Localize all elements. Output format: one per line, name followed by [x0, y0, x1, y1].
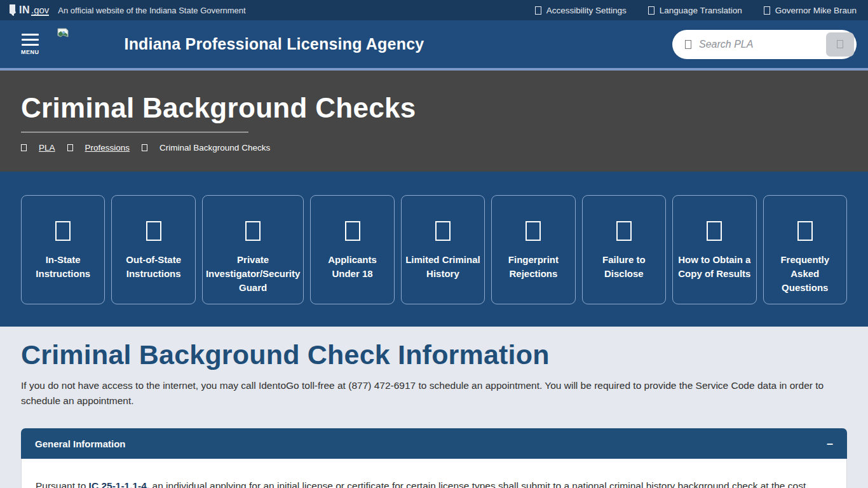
document-icon [55, 221, 71, 241]
card-fingerprint-rejections[interactable]: Fingerprint Rejections [491, 195, 575, 304]
body-text-prefix: Pursuant to [36, 480, 89, 488]
card-label: Frequently Asked Questions [767, 253, 843, 294]
topbar-utility-links: Accessibility Settings Language Translat… [535, 6, 857, 15]
document-icon [245, 221, 261, 241]
accordion-body: Pursuant to IC 25-1-1.1-4, an individual… [21, 459, 847, 488]
accordion-header[interactable]: General Information – [21, 428, 847, 459]
document-icon [707, 221, 722, 241]
governor-link[interactable]: Governor Mike Braun [764, 6, 857, 15]
ingov-in-text: IN [19, 4, 30, 16]
search-input[interactable] [699, 39, 826, 50]
accessibility-icon [535, 6, 541, 15]
general-information-accordion: General Information – Pursuant to IC 25-… [21, 428, 847, 488]
site-title: Indiana Professional Licensing Agency [125, 35, 424, 53]
quick-links-section: In-State Instructions Out-of-State Instr… [0, 172, 868, 327]
language-translation-link[interactable]: Language Translation [648, 6, 742, 15]
accessibility-settings-link[interactable]: Accessibility Settings [535, 6, 627, 15]
ingov-logo[interactable]: IN.gov [9, 4, 49, 16]
translation-icon [648, 6, 654, 15]
menu-label: MENU [21, 49, 39, 55]
search-submit-icon [837, 40, 843, 48]
home-icon [21, 144, 27, 151]
search-bar [672, 30, 857, 59]
hamburger-icon [22, 34, 39, 46]
card-limited-criminal-history[interactable]: Limited Criminal History [401, 195, 485, 304]
card-label: Fingerprint Rejections [495, 253, 571, 281]
breadcrumb-professions[interactable]: Professions [85, 143, 130, 152]
search-icon [685, 40, 691, 49]
card-label: In-State Instructions [25, 253, 101, 281]
card-label: How to Obtain a Copy of Results [676, 253, 752, 281]
accessibility-settings-label: Accessibility Settings [546, 6, 627, 15]
governor-icon [764, 6, 770, 15]
language-translation-label: Language Translation [660, 6, 742, 15]
card-frequently-asked-questions[interactable]: Frequently Asked Questions [763, 195, 847, 304]
card-label: Out-of-State Instructions [115, 253, 191, 281]
card-private-investigator-security-guard[interactable]: Private Investigator/Security Guard [202, 195, 304, 304]
indiana-state-icon [9, 4, 16, 16]
quick-links-grid: In-State Instructions Out-of-State Instr… [21, 195, 847, 304]
search-submit-button[interactable] [826, 32, 854, 57]
chevron-icon [142, 144, 147, 151]
official-website-text: An official website of the Indiana State… [58, 6, 245, 15]
breadcrumb-current: Criminal Background Checks [159, 143, 270, 152]
governor-label: Governor Mike Braun [775, 6, 857, 15]
card-in-state-instructions[interactable]: In-State Instructions [21, 195, 105, 304]
document-icon [146, 221, 161, 241]
card-applicants-under-18[interactable]: Applicants Under 18 [310, 195, 394, 304]
ic-statute-link[interactable]: IC 25-1-1.1-4, [89, 480, 150, 488]
agency-header: MENU Indiana Professional Licensing Agen… [0, 20, 868, 71]
collapse-icon[interactable]: – [827, 438, 833, 449]
card-failure-to-disclose[interactable]: Failure to Disclose [582, 195, 666, 304]
broken-image-icon [57, 28, 69, 41]
gov-topbar: IN.gov An official website of the Indian… [0, 0, 868, 20]
intro-paragraph: If you do not have access to the interne… [21, 378, 847, 409]
card-label: Private Investigator/Security Guard [206, 253, 300, 294]
page-title: Criminal Background Checks [21, 92, 847, 124]
document-icon [435, 221, 451, 241]
section-heading: Criminal Background Check Information [21, 339, 847, 370]
card-label: Failure to Disclose [586, 253, 662, 281]
document-icon [616, 221, 632, 241]
breadcrumb-pla[interactable]: PLA [39, 143, 55, 152]
card-label: Limited Criminal History [405, 253, 481, 281]
card-out-of-state-instructions[interactable]: Out-of-State Instructions [111, 195, 195, 304]
body-text-suffix: an individual applying for an initial li… [149, 480, 806, 488]
chevron-icon [67, 144, 73, 151]
info-section: Criminal Background Check Information If… [0, 327, 868, 488]
menu-button[interactable]: MENU [21, 34, 39, 55]
page-hero: Criminal Background Checks PLA Professio… [0, 71, 868, 172]
document-icon [797, 221, 813, 241]
ingov-gov-text: .gov [31, 5, 49, 16]
card-label: Applicants Under 18 [314, 253, 390, 281]
card-how-to-obtain-copy-of-results[interactable]: How to Obtain a Copy of Results [672, 195, 756, 304]
accordion-title: General Information [35, 438, 126, 449]
title-underline [21, 132, 248, 133]
document-icon [526, 221, 541, 241]
breadcrumb: PLA Professions Criminal Background Chec… [21, 143, 847, 152]
document-icon [345, 221, 360, 241]
